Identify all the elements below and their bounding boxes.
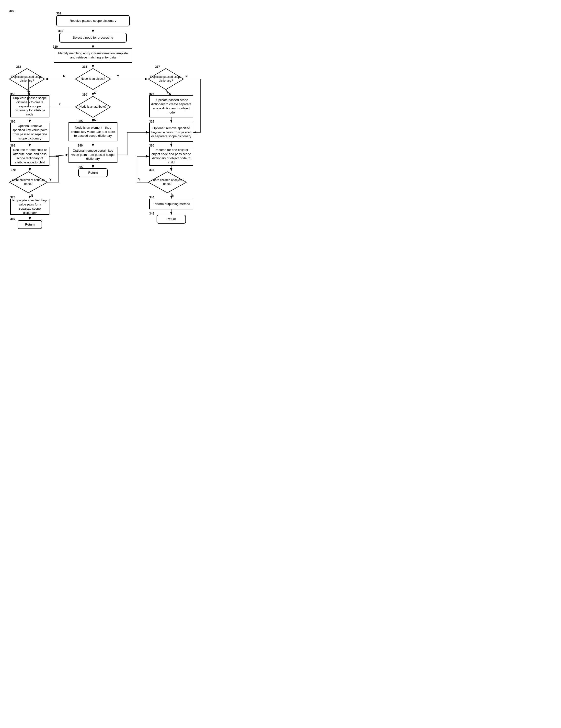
n345-label: 345 bbox=[149, 212, 154, 215]
n380-label: 380 bbox=[10, 217, 15, 221]
svg-text:N: N bbox=[94, 118, 96, 122]
svg-text:Y: Y bbox=[59, 102, 61, 106]
svg-line-27 bbox=[27, 90, 30, 95]
node-320: Duplicate passed scope dictionary to cre… bbox=[149, 95, 193, 117]
svg-text:Y: Y bbox=[28, 91, 30, 94]
node-375: Propagate specified key-value pairs for … bbox=[10, 199, 49, 215]
node-380-text: Return bbox=[25, 223, 34, 227]
node-355: Duplicate passed scope dictionary to cre… bbox=[10, 95, 49, 117]
node-385: Node is an element - thus extract key va… bbox=[69, 122, 117, 141]
node-370: More children of attribute node? bbox=[9, 171, 48, 193]
node-365: Recurse for one child of attribute node … bbox=[10, 147, 49, 166]
node-345: Return bbox=[157, 215, 186, 224]
svg-text:N: N bbox=[94, 91, 96, 95]
node-350: Node is an attribute? bbox=[75, 96, 111, 118]
node-305-text: Select a node for processing bbox=[73, 36, 113, 40]
node-365-text: Recurse for one child of attribute node … bbox=[12, 148, 48, 165]
node-302: Receive passed scope dictionary bbox=[56, 15, 130, 26]
node-360-text: Optional: remove specified key-value pai… bbox=[12, 124, 48, 141]
node-302-text: Receive passed scope dictionary bbox=[70, 19, 116, 23]
node-350-text: Node is an attribute? bbox=[79, 104, 108, 110]
n305-label: 305 bbox=[58, 29, 63, 33]
node-352-text: Duplicate passed scope dictionary? bbox=[9, 74, 45, 84]
node-330-text: Recurse for one child of object node and… bbox=[151, 148, 192, 165]
node-325-text: Optional: remove specified key-value pai… bbox=[151, 126, 192, 139]
node-395: Return bbox=[78, 168, 108, 177]
svg-text:Y: Y bbox=[49, 178, 51, 181]
node-340-text: Perform outputting method bbox=[152, 202, 190, 206]
svg-text:N: N bbox=[185, 75, 188, 78]
node-395-text: Return bbox=[88, 171, 98, 175]
svg-text:N: N bbox=[172, 194, 174, 197]
flowchart-diagram: 300 302 Receive passed scope dictionary … bbox=[5, 5, 215, 289]
svg-text:Y: Y bbox=[138, 178, 140, 181]
node-310: Identify matching entry in transformatio… bbox=[54, 48, 132, 63]
n302-label: 302 bbox=[56, 12, 61, 15]
node-315: Node is an object? bbox=[75, 68, 111, 90]
node-317-text: Duplicate passed scope dictionary? bbox=[148, 74, 184, 84]
diagram-ref-label: 300 bbox=[9, 9, 14, 13]
node-305: Select a node for processing bbox=[59, 33, 127, 43]
node-335-text: More children of object node? bbox=[148, 177, 187, 187]
node-340: Perform outputting method bbox=[149, 199, 193, 209]
node-320-text: Duplicate passed scope dictionary to cre… bbox=[151, 98, 192, 115]
node-352: Duplicate passed scope dictionary? bbox=[9, 68, 45, 90]
node-315-text: Node is an object? bbox=[80, 76, 106, 82]
node-325: Optional: remove specified key-value pai… bbox=[149, 123, 193, 142]
node-360: Optional: remove specified key-value pai… bbox=[10, 123, 49, 142]
svg-text:N: N bbox=[63, 75, 65, 78]
node-370-text: More children of attribute node? bbox=[9, 177, 48, 187]
svg-text:N: N bbox=[31, 194, 33, 197]
node-385-text: Node is an element - thus extract key va… bbox=[70, 126, 116, 138]
node-317: Duplicate passed scope dictionary? bbox=[148, 68, 184, 90]
node-335: More children of object node? bbox=[148, 171, 187, 193]
node-345-text: Return bbox=[166, 217, 176, 221]
node-390-text: Optional: remove certain key value pairs… bbox=[70, 149, 116, 161]
node-390: Optional: remove certain key value pairs… bbox=[69, 147, 117, 163]
svg-line-54 bbox=[49, 155, 69, 156]
node-375-text: Propagate specified key-value pairs for … bbox=[12, 198, 48, 215]
svg-text:Y: Y bbox=[166, 91, 168, 94]
node-330: Recurse for one child of object node and… bbox=[149, 147, 193, 166]
node-310-text: Identify matching entry in transformatio… bbox=[56, 51, 130, 60]
svg-line-21 bbox=[166, 90, 171, 95]
node-355-text: Duplicate passed scope dictionary to cre… bbox=[12, 96, 48, 117]
node-380: Return bbox=[18, 220, 42, 229]
svg-text:Y: Y bbox=[117, 75, 119, 78]
n310-label: 310 bbox=[53, 45, 58, 48]
